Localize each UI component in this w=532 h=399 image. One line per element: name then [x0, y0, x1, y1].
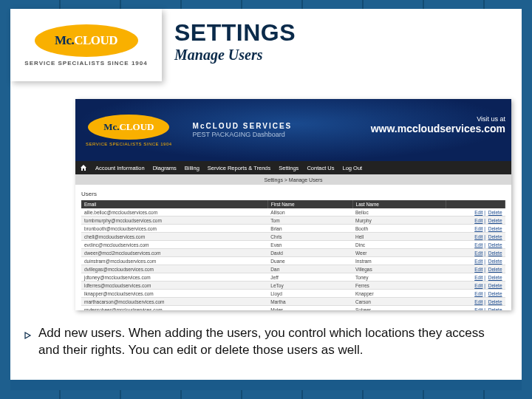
- nav-diagrams[interactable]: Diagrams: [153, 165, 177, 171]
- delete-link[interactable]: Delete: [488, 210, 502, 215]
- cell-actions: Edit | Delete: [446, 249, 505, 257]
- cell-actions: Edit | Delete: [446, 241, 505, 249]
- edit-link[interactable]: Edit: [474, 275, 482, 280]
- delete-link[interactable]: Delete: [488, 299, 502, 304]
- col-actions: [446, 200, 505, 208]
- edit-link[interactable]: Edit: [474, 283, 482, 288]
- nav-contact-us[interactable]: Contact Us: [307, 165, 334, 171]
- delete-link[interactable]: Delete: [488, 291, 502, 296]
- delete-link[interactable]: Delete: [488, 275, 502, 280]
- edit-link[interactable]: Edit: [474, 259, 482, 264]
- delete-link[interactable]: Delete: [488, 234, 502, 239]
- cell-first-name: Chris: [267, 233, 352, 241]
- cell-last-name: Weer: [352, 249, 446, 257]
- cell-last-name: Carson: [352, 298, 446, 306]
- cell-first-name: Martha: [267, 298, 352, 306]
- app-logo-oval: Mc.CLOUD: [88, 115, 169, 140]
- embedded-screenshot: Mc.CLOUD SERVICE SPECIALISTS SINCE 1904 …: [75, 99, 511, 310]
- dashboard-title: McCLOUD SERVICES: [193, 121, 293, 131]
- nav-service-reports[interactable]: Service Reports & Trends: [208, 165, 270, 171]
- logo-mc: Mc.: [55, 33, 74, 48]
- delete-link[interactable]: Delete: [488, 259, 502, 264]
- col-email[interactable]: Email: [81, 200, 267, 208]
- cell-email: allie.belloc@mccloudservices.com: [81, 208, 267, 216]
- cell-email: chell@mccloudservices.com: [81, 233, 267, 241]
- delete-link[interactable]: Delete: [488, 218, 502, 223]
- table-row: jdtoney@mccloudservices.comJeffToneyEdit…: [81, 273, 505, 282]
- edit-link[interactable]: Edit: [474, 299, 482, 304]
- cell-first-name: Jeff: [267, 273, 352, 282]
- table-row: bronbooth@mccloudservices.comBrianBoothE…: [81, 225, 505, 233]
- cell-first-name: Lloyd: [267, 290, 352, 298]
- page-subtitle: Manage Users: [174, 47, 296, 64]
- cell-first-name: Allison: [267, 208, 352, 216]
- dashboard-label: McCLOUD SERVICES PEST PACKAGING Dashboar…: [193, 121, 293, 140]
- edit-link[interactable]: Edit: [474, 307, 482, 311]
- edit-link[interactable]: Edit: [474, 234, 482, 239]
- delete-link[interactable]: Delete: [488, 283, 502, 288]
- cell-last-name: Sobeer: [352, 306, 446, 311]
- cell-last-name: Ferres: [352, 282, 446, 290]
- col-last-name[interactable]: Last Name: [352, 200, 446, 208]
- cell-email: ldferres@mccloudservices.com: [81, 282, 267, 290]
- home-icon[interactable]: [80, 164, 87, 171]
- cell-first-name: LeToy: [267, 282, 352, 290]
- edit-link[interactable]: Edit: [474, 291, 482, 296]
- edit-link[interactable]: Edit: [474, 226, 482, 231]
- cell-actions: Edit | Delete: [446, 265, 505, 273]
- cell-first-name: Tom: [267, 216, 352, 225]
- title-block: SETTINGS Manage Users: [174, 19, 296, 64]
- cell-actions: Edit | Delete: [446, 306, 505, 311]
- table-row: allie.belloc@mccloudservices.comAllisonB…: [81, 208, 505, 216]
- cell-email: evdinc@mccloudservices.com: [81, 241, 267, 249]
- delete-link[interactable]: Delete: [488, 250, 502, 256]
- cell-email: bronbooth@mccloudservices.com: [81, 225, 267, 233]
- visit-label: Visit us at: [371, 115, 505, 123]
- section-title: Users: [81, 189, 505, 200]
- table-row: evdinc@mccloudservices.comEvanDincEdit |…: [81, 241, 505, 249]
- edit-link[interactable]: Edit: [474, 210, 482, 215]
- delete-link[interactable]: Delete: [488, 267, 502, 272]
- cell-email: marthacarson@mccloudservices.com: [81, 298, 267, 306]
- app-nav: Account Information Diagrams Billing Ser…: [75, 161, 511, 174]
- main-logo: Mc.CLOUD SERVICE SPECIALISTS SINCE 1904: [10, 9, 162, 81]
- cell-actions: Edit | Delete: [446, 282, 505, 290]
- app-logo: Mc.CLOUD SERVICE SPECIALISTS SINCE 1904: [86, 115, 172, 146]
- nav-account-information[interactable]: Account Information: [95, 165, 145, 171]
- delete-link[interactable]: Delete: [488, 226, 502, 231]
- table-row: tombmurphy@mccloudservices.comTomMurphyE…: [81, 216, 505, 225]
- cell-actions: Edit | Delete: [446, 257, 505, 265]
- cell-last-name: Booth: [352, 225, 446, 233]
- cell-actions: Edit | Delete: [446, 273, 505, 282]
- dashboard-subtitle: PEST PACKAGING Dashboard: [193, 131, 293, 140]
- cell-first-name: Duane: [267, 257, 352, 265]
- table-row: lknapper@mccloudservices.comLloydKnapper…: [81, 290, 505, 298]
- table-row: marthacarson@mccloudservices.comMarthaCa…: [81, 298, 505, 306]
- cell-last-name: Instram: [352, 257, 446, 265]
- cell-email: dweer@mccl2mccloudservices.com: [81, 249, 267, 257]
- cell-email: lknapper@mccloudservices.com: [81, 290, 267, 298]
- cell-email: jdtoney@mccloudservices.com: [81, 273, 267, 282]
- cell-actions: Edit | Delete: [446, 208, 505, 216]
- nav-log-out[interactable]: Log Out: [342, 165, 362, 171]
- cell-last-name: Hell: [352, 233, 446, 241]
- nav-settings[interactable]: Settings: [279, 165, 299, 171]
- edit-link[interactable]: Edit: [474, 218, 482, 223]
- cell-actions: Edit | Delete: [446, 225, 505, 233]
- delete-link[interactable]: Delete: [488, 242, 502, 248]
- users-table: Email First Name Last Name allie.belloc@…: [81, 200, 505, 310]
- cell-actions: Edit | Delete: [446, 298, 505, 306]
- cell-last-name: Belloc: [352, 208, 446, 216]
- edit-link[interactable]: Edit: [474, 242, 482, 248]
- table-row: chell@mccloudservices.comChrisHellEdit |…: [81, 233, 505, 241]
- table-row: dweer@mccl2mccloudservices.comDavidWeerE…: [81, 249, 505, 257]
- table-row: duinstram@mccloudservices.comDuaneInstra…: [81, 257, 505, 265]
- edit-link[interactable]: Edit: [474, 250, 482, 256]
- edit-link[interactable]: Edit: [474, 267, 482, 272]
- delete-link[interactable]: Delete: [488, 307, 502, 311]
- cell-email: mylessobeer@mccloudservices.com: [81, 306, 267, 311]
- cell-actions: Edit | Delete: [446, 290, 505, 298]
- bullet-row: Add new users. When adding the users, yo…: [24, 325, 504, 359]
- col-first-name[interactable]: First Name: [267, 200, 352, 208]
- nav-billing[interactable]: Billing: [185, 165, 200, 171]
